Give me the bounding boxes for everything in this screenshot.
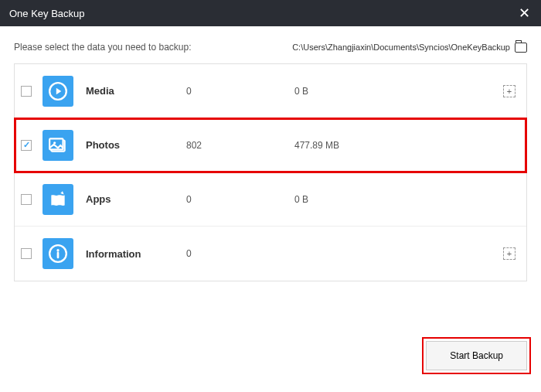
apps-icon bbox=[43, 184, 73, 215]
item-size: 0 B bbox=[294, 194, 502, 205]
item-name: Photos bbox=[86, 139, 186, 151]
add-button-media[interactable]: + bbox=[503, 85, 515, 97]
item-count: 0 bbox=[186, 194, 294, 205]
photo-icon bbox=[43, 130, 73, 161]
item-name: Information bbox=[86, 248, 186, 260]
list-item-information[interactable]: Information 0 + bbox=[15, 227, 526, 281]
start-backup-button[interactable]: Start Backup bbox=[426, 341, 527, 370]
item-size: 477.89 MB bbox=[294, 140, 502, 151]
item-count: 0 bbox=[186, 86, 294, 97]
svg-rect-2 bbox=[49, 138, 63, 149]
info-icon bbox=[43, 238, 73, 269]
checkbox-apps[interactable] bbox=[21, 194, 32, 205]
window-title: One Key Backup bbox=[9, 8, 85, 19]
path-text: C:\Users\Zhangjiaxin\Documents\Syncios\O… bbox=[292, 43, 510, 52]
checkbox-information[interactable] bbox=[21, 248, 32, 259]
item-name: Media bbox=[86, 85, 186, 97]
backup-path[interactable]: C:\Users\Zhangjiaxin\Documents\Syncios\O… bbox=[292, 43, 527, 53]
list-item-photos[interactable]: Photos 802 477.89 MB bbox=[15, 118, 526, 172]
add-button-information[interactable]: + bbox=[503, 247, 515, 260]
item-count: 0 bbox=[186, 248, 294, 259]
footer: Start Backup bbox=[426, 341, 527, 370]
item-name: Apps bbox=[86, 193, 186, 205]
prompt-text: Please select the data you need to backu… bbox=[14, 42, 192, 53]
backup-items-list: Media 0 0 B + Photos 802 477.89 MB Apps … bbox=[14, 63, 527, 281]
folder-icon[interactable] bbox=[515, 43, 527, 53]
list-item-apps[interactable]: Apps 0 0 B bbox=[15, 172, 526, 227]
play-icon bbox=[43, 76, 73, 107]
titlebar: One Key Backup ✕ bbox=[0, 0, 541, 26]
checkbox-media[interactable] bbox=[21, 86, 32, 97]
checkbox-photos[interactable] bbox=[21, 140, 32, 151]
item-count: 802 bbox=[186, 140, 294, 151]
item-size: 0 B bbox=[294, 86, 502, 97]
header-row: Please select the data you need to backu… bbox=[0, 26, 541, 63]
list-item-media[interactable]: Media 0 0 B + bbox=[15, 64, 526, 118]
close-icon[interactable]: ✕ bbox=[516, 5, 532, 22]
